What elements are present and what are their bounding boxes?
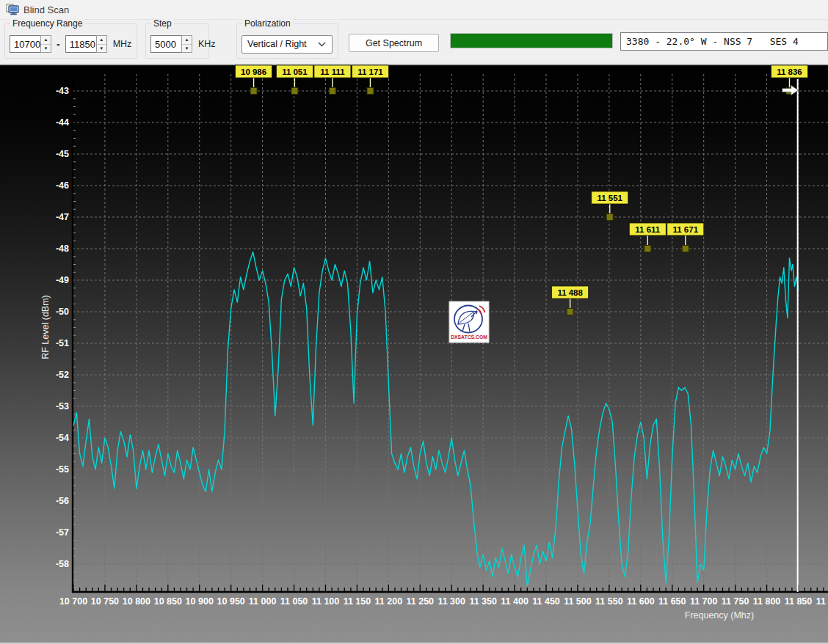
window-title: Blind Scan	[23, 4, 69, 15]
transponder-marker-11051[interactable]: 11 051	[276, 65, 313, 95]
chevron-down-icon	[318, 42, 326, 47]
transponder-marker-11488[interactable]: 11 488	[552, 286, 589, 315]
y-tick-label: -50	[56, 307, 69, 317]
x-tick-label: 11 750	[722, 596, 749, 607]
y-tick-label: -47	[56, 212, 69, 222]
x-tick-label: 11 100	[312, 596, 340, 607]
marker-square	[682, 246, 689, 252]
polarization-select[interactable]: Vertical / Right	[242, 35, 333, 54]
frequency-start-spin-down-icon[interactable]: ▼	[41, 44, 51, 53]
x-axis-ticks	[73, 585, 824, 592]
step-unit-label: KHz	[198, 39, 216, 49]
polarization-group-label: Polarization	[242, 18, 293, 29]
marker-square	[644, 246, 651, 252]
step-spin-up-icon[interactable]: ▲	[182, 36, 192, 44]
x-tick-label: 10 950	[217, 596, 245, 607]
frequency-start-spin-up-icon[interactable]: ▲	[41, 36, 51, 44]
x-tick-label: 11 000	[249, 596, 277, 607]
x-tick-label: 11 400	[501, 596, 529, 607]
y-tick-label: -53	[56, 401, 69, 411]
step-spin-down-icon[interactable]: ▼	[182, 44, 192, 53]
y-tick-label: -43	[56, 86, 69, 96]
x-tick-label: 11 900	[816, 596, 828, 607]
marker-square	[250, 88, 257, 95]
y-tick-label: -49	[56, 275, 69, 285]
x-tick-label: 11 500	[564, 596, 592, 607]
logo-text: DXSATCS.COM	[451, 334, 487, 340]
frequency-start-input[interactable]	[10, 35, 40, 53]
x-tick-label: 11 850	[785, 596, 813, 607]
y-axis-title: RF Level (dBm)	[40, 295, 51, 359]
y-tick-label: -46	[56, 180, 69, 191]
x-tick-label: 10 850	[154, 596, 182, 607]
marker-square	[291, 88, 298, 95]
marker-label: 11 836	[777, 67, 802, 76]
dxsatcs-logo: DXSATCS.COM	[449, 301, 489, 343]
marker-label: 11 611	[635, 225, 661, 234]
x-tick-label: 11 050	[280, 596, 308, 607]
blind-scan-app-icon	[6, 4, 19, 15]
transponder-marker-10986[interactable]: 10 986	[236, 65, 272, 95]
marker-label: 11 111	[320, 67, 345, 76]
polarization-group: Polarization Vertical / Right	[236, 23, 338, 59]
y-tick-label: -58	[56, 559, 69, 569]
x-tick-label: 11 650	[658, 596, 686, 607]
transponder-marker-11551[interactable]: 11 551	[592, 191, 628, 221]
frequency-end-spin-down-icon[interactable]: ▼	[97, 44, 106, 53]
x-tick-label: 10 750	[91, 596, 119, 607]
marker-label: 11 671	[673, 225, 699, 234]
transponder-marker-11111[interactable]: 11 111	[314, 65, 351, 95]
frequency-range-group-label: Frequency Range	[10, 18, 84, 29]
y-tick-label: -57	[56, 527, 69, 538]
marker-square	[567, 309, 573, 315]
marker-label: 11 551	[597, 194, 622, 202]
marker-label: 10 986	[241, 67, 266, 76]
blind-scan-window: Blind Scan Frequency Range ▲ ▼ - ▲ ▼	[0, 0, 828, 644]
y-tick-label: -51	[56, 338, 69, 348]
x-tick-label: 10 700	[59, 596, 87, 607]
marker-square	[606, 214, 613, 221]
y-tick-label: -56	[56, 496, 69, 506]
polarization-selected-value: Vertical / Right	[247, 39, 307, 49]
scan-progress-bar	[450, 33, 613, 48]
frequency-unit-label: MHz	[113, 39, 132, 49]
step-input[interactable]	[150, 35, 181, 53]
transponder-marker-11171[interactable]: 11 171	[352, 65, 388, 95]
spectrum-trace	[73, 252, 799, 586]
transponder-marker-11671[interactable]: 11 671	[667, 223, 704, 252]
x-tick-label: 11 150	[344, 596, 371, 607]
satellite-info-field[interactable]: 3380 - 22.0° W - NSS 7 SES 4	[620, 32, 828, 51]
spectrum-chart[interactable]: 10 70010 75010 80010 85010 90010 95011 0…	[0, 64, 828, 644]
y-tick-label: -48	[56, 244, 69, 254]
x-tick-label: 11 300	[437, 596, 465, 607]
x-tick-label: 11 250	[407, 596, 435, 607]
x-tick-label: 11 350	[469, 596, 497, 607]
y-tick-label: -44	[56, 117, 69, 128]
x-tick-label: 11 700	[690, 596, 718, 607]
x-tick-label: 11 800	[753, 596, 781, 607]
y-tick-label: -55	[56, 464, 69, 475]
marker-label: 11 488	[557, 288, 583, 297]
get-spectrum-button[interactable]: Get Spectrum	[349, 34, 439, 52]
x-tick-label: 10 900	[186, 596, 214, 607]
marker-square	[367, 88, 374, 95]
range-separator: -	[57, 38, 60, 50]
marker-square	[329, 88, 335, 95]
y-tick-label: -45	[56, 149, 69, 159]
marker-label: 11 051	[282, 67, 308, 76]
frequency-range-group: Frequency Range ▲ ▼ - ▲ ▼ M	[4, 23, 137, 59]
x-tick-label: 11 600	[627, 596, 655, 607]
step-group: Step ▲ ▼ KHz	[145, 23, 209, 59]
x-axis-title: Frequency (Mhz)	[685, 610, 754, 621]
scan-progress-fill	[451, 34, 612, 48]
x-tick-label: 11 550	[595, 596, 623, 607]
step-group-label: Step	[151, 18, 174, 29]
transponder-marker-11611[interactable]: 11 611	[629, 223, 666, 252]
frequency-end-input[interactable]	[65, 35, 96, 53]
x-tick-label: 10 800	[123, 596, 150, 607]
x-tick-label: 11 200	[375, 596, 403, 607]
titlebar: Blind Scan	[0, 0, 828, 20]
y-tick-label: -52	[56, 370, 69, 380]
frequency-end-spin-up-icon[interactable]: ▲	[97, 36, 106, 44]
toolbar: Frequency Range ▲ ▼ - ▲ ▼ M	[0, 20, 828, 64]
